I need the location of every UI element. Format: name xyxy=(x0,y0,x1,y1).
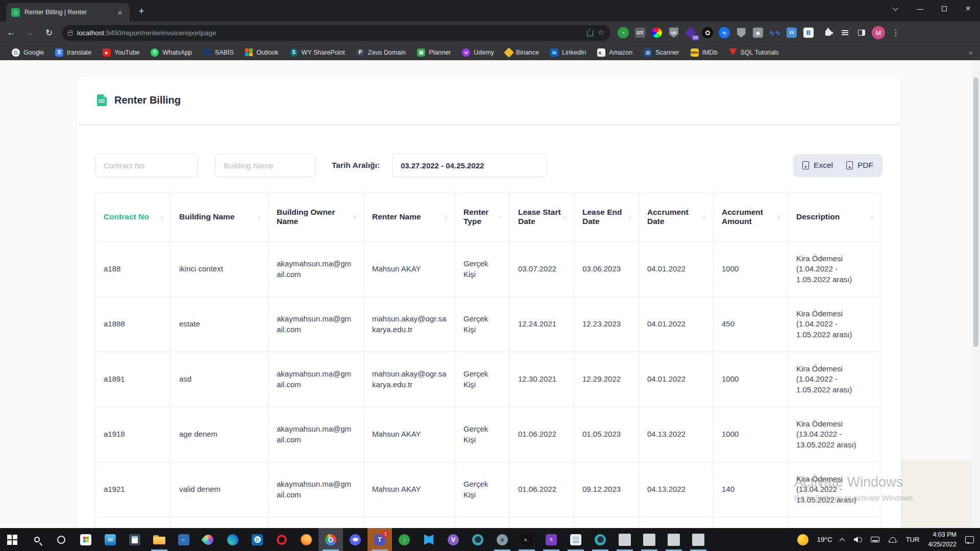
browser-tab[interactable]: ⌂ Renter Billing | Renter × xyxy=(6,3,130,21)
volume-icon[interactable] xyxy=(854,537,862,543)
window-close-button[interactable]: × xyxy=(956,0,980,17)
weather-sun-icon[interactable] xyxy=(797,534,808,545)
media-queue-icon[interactable] xyxy=(838,26,851,39)
window-minimize-button[interactable]: — xyxy=(908,0,932,17)
gtranslate-extension-icon[interactable]: G文 xyxy=(633,26,647,39)
outlookapp-taskbar-button[interactable]: O xyxy=(245,528,270,551)
bookmark-wy-sharepoint[interactable]: S WY SharePoint xyxy=(285,47,350,58)
column-header-lease-start-date[interactable]: Lease Start Date↑↓ xyxy=(510,192,574,242)
tab-close-icon[interactable]: × xyxy=(115,8,125,17)
column-header-building-owner-name[interactable]: Building Owner Name↑↓ xyxy=(268,192,364,242)
lock-icon[interactable] xyxy=(68,32,72,36)
fontninja-extension-icon[interactable]: FI xyxy=(785,26,798,39)
cortana-taskbar-button[interactable] xyxy=(49,528,74,551)
extensions-puzzle-icon[interactable] xyxy=(821,26,835,39)
column-header-contract-no[interactable]: Contract No↑↓ xyxy=(95,192,171,242)
url-text[interactable]: localhost:5450/report/renterinvoicerepor… xyxy=(77,29,582,37)
bookmark-sql-tutorials[interactable]: SQL Tutorials xyxy=(724,44,783,61)
column-header-accrument-amount[interactable]: Accrument Amount↑↓ xyxy=(714,192,788,242)
browser-menu-icon[interactable]: ⋮ xyxy=(892,28,900,38)
opera-taskbar-button[interactable] xyxy=(270,528,294,551)
sort-icon[interactable]: ↑↓ xyxy=(444,214,447,220)
sort-icon[interactable]: ↑↓ xyxy=(257,214,260,220)
date-range-input[interactable] xyxy=(392,154,547,177)
pdf-export-button[interactable]: ▴ PDF xyxy=(846,161,873,170)
temperature-readout[interactable]: 19°C xyxy=(817,536,832,543)
bookmark-youtube[interactable]: ▸ YouTube xyxy=(98,47,144,58)
bookmark-google[interactable]: G Google xyxy=(7,47,48,58)
hidden-icons-chevron[interactable] xyxy=(839,538,845,543)
bext-extension-icon[interactable]: B xyxy=(802,26,815,39)
paint3d-taskbar-button[interactable] xyxy=(196,528,220,551)
contract-no-input[interactable] xyxy=(95,154,198,177)
notepad-taskbar-button[interactable] xyxy=(564,528,588,551)
chrome-taskbar-button[interactable] xyxy=(318,528,343,551)
discord-taskbar-button[interactable] xyxy=(343,528,368,551)
building-name-input[interactable] xyxy=(215,154,315,177)
bookmark-whatsapp[interactable]: ✆ WhatsApp xyxy=(146,47,197,58)
wifi-icon[interactable] xyxy=(888,537,897,543)
column-header-renter-name[interactable]: Renter Name↑↓ xyxy=(364,192,455,242)
bookmarks-overflow-icon[interactable]: » xyxy=(969,48,973,57)
edge-taskbar-button[interactable] xyxy=(220,528,245,551)
search-taskbar-button[interactable] xyxy=(24,528,49,551)
idm-extension-icon[interactable]: ◔ xyxy=(617,26,630,39)
pgadmin2-taskbar-button[interactable] xyxy=(588,528,612,551)
device-taskbar-button[interactable]: ⌐ xyxy=(172,528,196,551)
camring-extension-icon[interactable] xyxy=(701,26,714,39)
language-indicator[interactable]: TUR xyxy=(906,536,920,543)
action-center-icon[interactable] xyxy=(965,536,974,543)
column-header-description[interactable]: Description↑↓ xyxy=(788,192,881,242)
bookmark-outlook[interactable]: Outlook xyxy=(240,47,283,58)
scrollbar-thumb[interactable] xyxy=(973,78,978,347)
reload-button[interactable]: ↻ xyxy=(41,25,57,40)
pgadmin-taskbar-button[interactable] xyxy=(465,528,490,551)
calculator-taskbar-button[interactable] xyxy=(122,528,147,551)
shazam-extension-icon[interactable]: ∿ xyxy=(718,26,731,39)
idmapp-taskbar-button[interactable]: ↓ xyxy=(392,528,416,551)
colorwheel-extension-icon[interactable] xyxy=(650,26,664,39)
sort-icon[interactable]: ↑↓ xyxy=(353,214,355,220)
profile-avatar[interactable]: M xyxy=(872,26,885,39)
capture-extension-icon[interactable]: ◉ xyxy=(751,26,765,39)
pulse-extension-icon[interactable]: ∿∿ xyxy=(768,26,781,39)
vscode-taskbar-button[interactable] xyxy=(416,528,441,551)
ublock-extension-icon[interactable]: UD xyxy=(667,26,680,39)
sort-icon[interactable]: ↑↓ xyxy=(563,214,566,220)
sort-icon[interactable]: ↑↓ xyxy=(777,214,779,220)
bookmark-udemy[interactable]: ∪ Udemy xyxy=(457,47,499,58)
sqlwindow-taskbar-button[interactable] xyxy=(686,528,710,551)
new-tab-button[interactable]: + xyxy=(135,5,148,18)
sort-icon[interactable]: ↑↓ xyxy=(870,214,873,220)
column-header-lease-end-date[interactable]: Lease End Date↑↓ xyxy=(574,192,639,242)
back-button[interactable]: ← xyxy=(4,25,19,40)
teams-taskbar-button[interactable]: T1 xyxy=(368,528,392,551)
bookmark-planner[interactable]: ▦ Planner xyxy=(412,47,455,58)
visualstudio-taskbar-button[interactable]: V xyxy=(441,528,465,551)
sqlwindow-taskbar-button[interactable] xyxy=(662,528,686,551)
terminal-taskbar-button[interactable]: >_ xyxy=(514,528,539,551)
column-header-renter-type[interactable]: Renter Type↑↓ xyxy=(455,192,510,242)
share-icon[interactable] xyxy=(587,31,593,36)
page-scrollbar[interactable] xyxy=(972,60,980,528)
start-taskbar-button[interactable] xyxy=(0,528,24,551)
excel-export-button[interactable]: x Excel xyxy=(802,161,833,170)
mail-taskbar-button[interactable]: ✉ xyxy=(98,528,122,551)
window-maximize-button[interactable] xyxy=(932,0,956,17)
forward-button[interactable]: → xyxy=(22,25,38,40)
bookmark-linkedin[interactable]: in LinkedIn xyxy=(546,47,591,58)
address-bar[interactable]: localhost:5450/report/renterinvoicerepor… xyxy=(62,25,610,41)
touch-keyboard-icon[interactable] xyxy=(871,537,879,542)
column-header-building-name[interactable]: Building Name↑↓ xyxy=(171,192,268,242)
bookmark-binance[interactable]: Binance xyxy=(501,47,544,58)
bookmark-scanner[interactable]: ▤ Scanner xyxy=(639,47,684,58)
sqlwindow-taskbar-button[interactable] xyxy=(612,528,637,551)
sort-icon[interactable]: ↑↓ xyxy=(499,214,501,220)
store-taskbar-button[interactable] xyxy=(74,528,98,551)
bookmark-star-icon[interactable]: ☆ xyxy=(598,28,604,37)
okta-extension-icon[interactable]: 34 xyxy=(684,26,697,39)
side-panel-icon[interactable] xyxy=(855,26,868,39)
bookmark-imdb[interactable]: IMDb IMDb xyxy=(686,47,722,58)
postgresql-taskbar-button[interactable]: e xyxy=(490,528,514,551)
clock[interactable]: 4:03 PM 4/25/2022 xyxy=(928,530,957,548)
